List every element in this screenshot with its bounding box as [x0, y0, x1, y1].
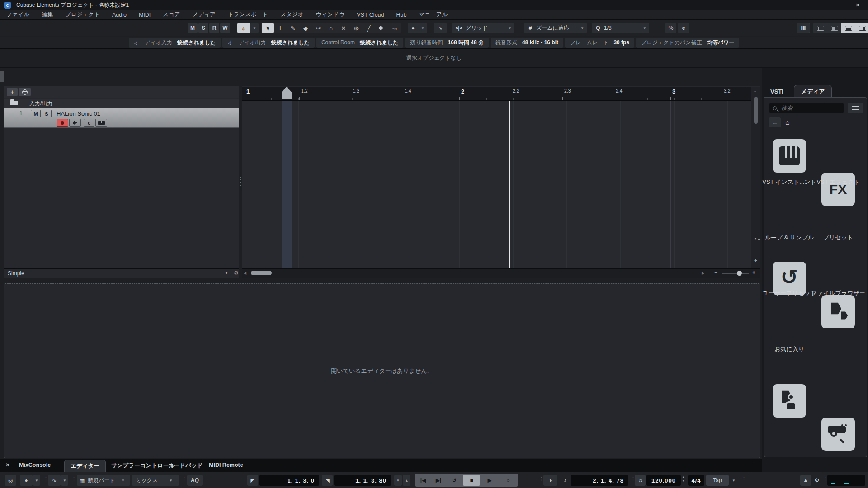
quantize-preset-caret[interactable]: ▼	[640, 26, 649, 30]
midi-record-mode-dropdown[interactable]: ▦ 新規パート ▼	[77, 475, 130, 486]
horizontal-scrollbar[interactable]: ◀ ▶ − +	[242, 268, 760, 278]
play-tool[interactable]	[376, 23, 387, 33]
quantize-panel-button[interactable]: e	[678, 23, 689, 33]
stop-button[interactable]: ■	[463, 475, 480, 486]
track-solo-button[interactable]: S	[42, 110, 52, 117]
punch-in-button[interactable]: ▼	[394, 475, 402, 486]
monitor-button[interactable]	[69, 119, 81, 127]
iterative-quantize-button[interactable]: %	[665, 23, 676, 33]
grid-type-caret[interactable]: ▼	[578, 26, 587, 30]
menu-manual[interactable]: マニュアル	[419, 11, 448, 19]
media-tile-vst-instruments[interactable]	[773, 139, 806, 173]
color-tool[interactable]: ↝	[388, 23, 400, 33]
media-list-view-button[interactable]	[848, 103, 863, 113]
automation-read-button[interactable]: R	[209, 23, 219, 33]
cycle-button[interactable]: ↺	[447, 475, 462, 486]
draw-tool[interactable]: ✎	[287, 23, 299, 33]
right-locator-flag-button[interactable]: ◥	[322, 475, 333, 486]
tempo-track-button[interactable]: ♫	[635, 475, 646, 486]
tempo-display[interactable]: 120.000	[646, 475, 681, 486]
mute-tool[interactable]: ✕	[338, 23, 349, 33]
menu-window[interactable]: ウィンドウ	[316, 11, 344, 19]
tab-chord-pads[interactable]: コードパッド	[168, 462, 203, 469]
left-zone-toggle[interactable]	[813, 23, 827, 33]
media-tile-presets[interactable]	[821, 295, 855, 328]
go-to-start-button[interactable]: |◀	[416, 475, 430, 486]
metronome-button[interactable]: ▲	[800, 475, 811, 486]
left-locator-flag-button[interactable]: ◤	[247, 475, 258, 486]
track-mute-button[interactable]: M	[31, 110, 41, 117]
tab-media[interactable]: メディア	[794, 85, 832, 98]
io-folder-row[interactable]: 入力/出力	[4, 99, 239, 108]
track-preset-button[interactable]	[19, 88, 31, 96]
menu-score[interactable]: スコア	[163, 11, 180, 19]
quantize-preset-value[interactable]: 1/8	[604, 25, 640, 31]
split-tool[interactable]: ✂	[312, 23, 324, 33]
transport-settings-button[interactable]: ⚙	[812, 475, 822, 486]
media-tile-user-presets[interactable]	[773, 384, 806, 418]
constrain-delay-button[interactable]: ◎	[5, 475, 16, 486]
color-menu[interactable]: ●▼	[408, 23, 427, 33]
snap-zero-crossing-button[interactable]: ∿	[434, 23, 447, 33]
tempo-spinner[interactable]: ▲▼	[682, 475, 685, 482]
status-audio-input[interactable]: オーディオ入力接続されました	[129, 38, 221, 48]
hzoom-slider-knob[interactable]	[737, 271, 742, 276]
close-lower-zone-icon[interactable]: ✕	[5, 462, 10, 468]
record-button[interactable]: ○	[499, 475, 517, 486]
edit-channel-button[interactable]: e	[84, 119, 94, 127]
media-home-button[interactable]: ⌂	[785, 118, 790, 127]
global-solo-button[interactable]: S	[198, 23, 208, 33]
right-zone-toggle[interactable]	[855, 23, 868, 33]
left-locator-display[interactable]: 1. 1. 3. 0	[259, 475, 319, 486]
common-record-mode-button[interactable]: ●	[20, 475, 33, 486]
lower-zone-toggle[interactable]	[841, 23, 855, 33]
tab-mixconsole[interactable]: MixConsole	[19, 462, 51, 468]
record-mode-caret[interactable]: ▼	[33, 475, 40, 486]
tab-sampler-control[interactable]: サンプラーコントロール	[111, 462, 175, 469]
punch-out-button[interactable]: ▲	[403, 475, 410, 486]
hzoom-slider-track[interactable]	[722, 273, 749, 274]
glue-tool[interactable]: ∩	[325, 23, 337, 33]
menu-edit[interactable]: 編集	[42, 11, 53, 19]
global-mute-button[interactable]: M	[188, 23, 198, 33]
menu-studio[interactable]: スタジオ	[280, 11, 303, 19]
maximize-button[interactable]	[826, 0, 847, 10]
event-display[interactable]	[242, 101, 751, 268]
track-row[interactable]: 1 M S HALion Sonic 01 e	[4, 108, 239, 128]
tap-tempo-button[interactable]: Tap	[706, 475, 729, 486]
vertical-scroll-thumb[interactable]	[754, 97, 758, 124]
minimize-button[interactable]	[806, 0, 826, 10]
auto-scroll-options-caret[interactable]: ▼	[250, 23, 259, 33]
media-back-button[interactable]: ←	[769, 117, 781, 127]
line-tool[interactable]: ╱	[363, 23, 375, 33]
scroll-right-icon[interactable]: ▶	[702, 271, 704, 275]
audio-record-mode-caret[interactable]: ▼	[61, 475, 68, 486]
record-enable-button[interactable]	[57, 119, 68, 127]
media-tile-file-browser[interactable]	[821, 418, 855, 451]
status-frame-rate[interactable]: フレームレート30 fps	[565, 38, 634, 48]
status-record-format[interactable]: 録音形式48 kHz - 16 bit	[491, 38, 563, 48]
snap-type-value[interactable]: グリッド	[466, 24, 505, 32]
inspector-toggle[interactable]	[827, 23, 841, 33]
hzoom-minus-icon[interactable]: −	[714, 269, 717, 276]
open-instrument-button[interactable]	[95, 119, 107, 127]
menu-transport[interactable]: トランスポート	[228, 11, 268, 19]
close-button[interactable]: ✕	[847, 0, 868, 10]
position-display[interactable]: 2. 1. 4. 78	[571, 475, 628, 486]
add-track-button[interactable]: +	[7, 88, 18, 96]
status-record-time[interactable]: 残り録音時間168 時間 48 分	[405, 38, 489, 48]
audio-record-mode-button[interactable]: ∿	[48, 475, 61, 486]
on-screen-keyboard-button[interactable]: Ⅲ	[797, 23, 810, 33]
automation-write-button[interactable]: W	[220, 23, 230, 33]
menu-audio[interactable]: Audio	[112, 12, 127, 18]
erase-tool[interactable]: ◆	[300, 23, 311, 33]
scroll-left-icon[interactable]: ◀	[244, 271, 246, 275]
tab-midi-remote[interactable]: MIDI Remote	[209, 462, 243, 468]
project-cursor-handle[interactable]	[282, 87, 292, 99]
snap-on-off-icon[interactable]: >|<	[452, 26, 466, 31]
go-to-end-button[interactable]: ▶|	[431, 475, 446, 486]
range-selection-tool[interactable]: Ⅰ	[274, 23, 286, 33]
grid-type-value[interactable]: ズームに適応	[536, 24, 578, 32]
menu-file[interactable]: ファイル	[6, 11, 29, 19]
zoom-tool[interactable]: ⊕	[350, 23, 362, 33]
